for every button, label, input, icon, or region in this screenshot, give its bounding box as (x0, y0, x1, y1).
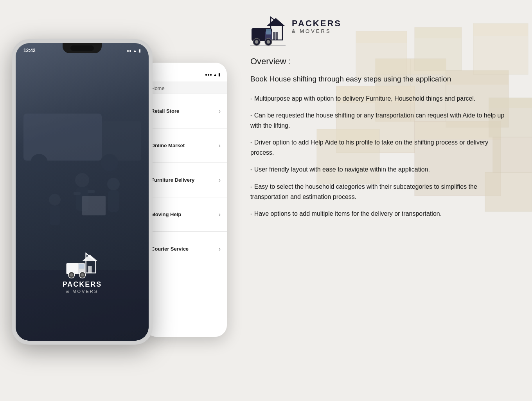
movers-illustration (16, 43, 149, 341)
svg-rect-37 (50, 206, 60, 225)
brand-logo-icon (250, 16, 286, 47)
furniture-delivery-label: Furniture Delivery (151, 177, 194, 183)
phone-time: 12:42 (23, 48, 36, 53)
svg-marker-39 (82, 255, 98, 261)
chevron-right-icon: › (219, 108, 221, 115)
menu-furniture-delivery[interactable]: Furniture Delivery › (145, 163, 227, 197)
front-wifi-icon: ▲ (133, 49, 137, 53)
phone-logo-icon (65, 251, 100, 279)
chevron-right-icon: › (219, 246, 221, 253)
chevron-right-icon: › (219, 211, 221, 218)
svg-point-27 (101, 154, 118, 171)
wifi-icon: ▲ (213, 72, 217, 77)
chevron-right-icon: › (219, 177, 221, 184)
svg-point-32 (107, 178, 120, 190)
svg-rect-49 (79, 264, 84, 269)
svg-point-28 (75, 173, 89, 187)
svg-rect-33 (108, 190, 119, 212)
menu-retail-store[interactable]: Retail Store › (145, 94, 227, 128)
phone-back-status-bar: ●●● ▲ ▮ (145, 67, 227, 81)
online-market-label: Online Market (151, 143, 185, 148)
retail-store-label: Retail Store (151, 108, 179, 114)
svg-point-60 (267, 40, 270, 44)
brand-tagline: & MOVERS (292, 28, 341, 34)
svg-point-36 (49, 194, 61, 206)
phone-brand-tagline: & MOVERS (63, 289, 102, 294)
brand-logo: PACKERS & MOVERS (250, 16, 509, 47)
chevron-right-icon: › (219, 142, 221, 149)
svg-rect-30 (74, 192, 81, 195)
home-label: Home (151, 85, 165, 91)
menu-online-market[interactable]: Online Market › (145, 128, 227, 163)
brand-text: PACKERS & MOVERS (292, 16, 341, 34)
features-list: Multipurpose app with option to delivery… (250, 94, 509, 219)
feature-item-3: Driver option to add Help Aide to his pr… (250, 137, 509, 157)
content-panel: PACKERS & MOVERS Overview : Book House s… (235, 0, 532, 401)
feature-item-1: Multipurpose app with option to delivery… (250, 94, 509, 104)
phone-brand-name: PACKERS (63, 280, 102, 289)
svg-rect-24 (23, 114, 102, 161)
front-battery-icon: ▮ (138, 49, 141, 53)
phone-logo: PACKERS & MOVERS (63, 251, 102, 294)
feature-item-4: User friendly layout with ease to naviga… (250, 164, 509, 175)
svg-rect-31 (88, 190, 95, 193)
svg-point-26 (31, 154, 48, 171)
svg-point-46 (70, 273, 73, 276)
brand-name: PACKERS (292, 19, 341, 28)
phone-front: 12:42 ●● ▲ ▮ (12, 39, 153, 345)
feature-item-2: Can be requested the house shifting or a… (250, 110, 509, 130)
svg-point-58 (255, 40, 259, 44)
courier-service-label: Courier Service (151, 246, 189, 252)
moving-help-label: Moving Help (151, 211, 181, 217)
svg-marker-51 (267, 18, 285, 26)
phone-back-icons: ●●● ▲ ▮ (205, 72, 221, 77)
menu-moving-help[interactable]: Moving Help › (145, 197, 227, 232)
overview-title: Overview : (250, 56, 509, 67)
menu-courier-service[interactable]: Courier Service › (145, 232, 227, 266)
svg-point-48 (81, 273, 84, 276)
feature-item-6: Have options to add multiple items for t… (250, 209, 509, 219)
svg-rect-34 (82, 196, 106, 215)
front-signal-icon: ●● (127, 49, 131, 53)
battery-icon: ▮ (218, 72, 221, 77)
phone-back: ●●● ▲ ▮ Home Retail Store › Online Marke… (145, 63, 227, 337)
home-nav-item[interactable]: Home (145, 81, 227, 94)
phones-mockup: ●●● ▲ ▮ Home Retail Store › Online Marke… (12, 39, 235, 360)
signal-icon: ●●● (205, 72, 212, 77)
svg-rect-56 (266, 29, 271, 34)
overview-intro: Book House shifting through easy steps u… (250, 74, 509, 85)
feature-item-5: Easy to select the household categories … (250, 182, 509, 202)
phone-notch (63, 43, 102, 53)
